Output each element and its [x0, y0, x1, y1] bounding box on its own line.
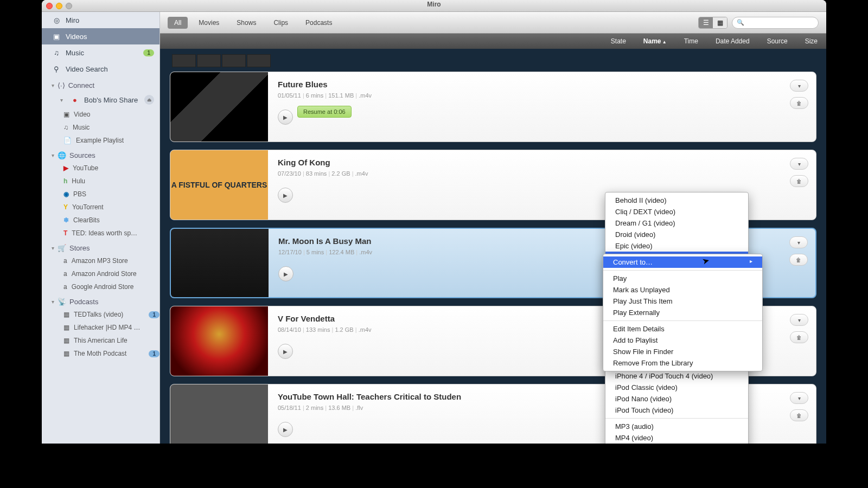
podcast-icon: ▦ — [63, 324, 69, 331]
filter-pill[interactable]: Shows — [230, 17, 263, 29]
sidebar-group-podcasts[interactable]: ▾ 📡 Podcasts — [42, 293, 159, 308]
submenu-item[interactable]: Cliq / DEXT (video) — [605, 206, 748, 217]
submenu-item[interactable]: iPod Touch (video) — [605, 404, 748, 416]
source-icon: a — [63, 270, 67, 278]
view-toggle[interactable]: ☰ ▦ — [698, 17, 727, 29]
row-menu-button[interactable]: ▾ — [790, 80, 808, 92]
sidebar-source-item[interactable]: ▶YouTube — [42, 162, 159, 175]
play-button[interactable]: ▶ — [278, 422, 293, 437]
sidebar-item[interactable]: aAmazon Android Store — [42, 267, 159, 280]
sort-column[interactable]: State — [611, 37, 626, 45]
submenu-item[interactable]: iPod Classic (video) — [605, 382, 748, 393]
submenu-item[interactable]: Epic (video) — [605, 240, 748, 252]
menu-item-convert[interactable]: Convert to… — [603, 256, 762, 268]
media-row[interactable]: Future Blues 01/05/116 mins151.1 MB.m4v … — [170, 72, 816, 142]
sidebar: ◎ Miro ▣ Videos ♫ Music 1 ⚲ Video Search… — [42, 12, 160, 444]
filter-pill[interactable]: Clips — [267, 17, 295, 29]
menu-item-play[interactable]: Play — [603, 273, 762, 284]
row-delete-button[interactable]: 🗑 — [790, 97, 808, 109]
row-menu-button[interactable]: ▾ — [789, 236, 808, 248]
sidebar-podcast-item[interactable]: ▦This American Life — [42, 334, 159, 347]
menu-item-play-just-this[interactable]: Play Just This Item — [603, 296, 762, 307]
sidebar-group-sources[interactable]: ▾ 🌐 Sources — [42, 147, 159, 162]
menu-item-remove-from-library[interactable]: Remove From the Library — [603, 357, 762, 369]
sort-column[interactable]: Name — [643, 37, 667, 45]
submenu-item[interactable]: iPhone 4 / iPod Touch 4 (video) — [605, 370, 748, 382]
disclosure-icon: ▾ — [52, 245, 54, 251]
submenu-item[interactable]: Droid (video) — [605, 229, 748, 240]
disclosure-icon: ▾ — [52, 152, 54, 158]
eject-icon[interactable]: ⏏ — [144, 95, 154, 105]
sidebar-item[interactable]: aAmazon MP3 Store — [42, 254, 159, 267]
sidebar-label: Bob's Miro Share — [84, 96, 138, 104]
play-button[interactable]: ▶ — [278, 188, 293, 203]
sidebar-group-label: Sources — [69, 151, 95, 159]
sort-column[interactable]: Time — [684, 37, 698, 45]
sidebar-source-item[interactable]: hHulu — [42, 175, 159, 188]
toolbar: AllMoviesShowsClipsPodcasts ☰ ▦ 🔍 — [160, 12, 826, 34]
count-badge: 1 — [149, 311, 159, 318]
row-delete-button[interactable]: 🗑 — [789, 254, 808, 266]
count-badge: 1 — [149, 350, 159, 357]
row-menu-button[interactable]: ▾ — [790, 158, 808, 170]
sidebar-group-connect[interactable]: ▾ ⟨·⟩ Connect — [42, 77, 159, 92]
row-menu-button[interactable]: ▾ — [790, 392, 808, 404]
podcast-icon: 📡 — [58, 298, 66, 306]
menu-item-mark-unplayed[interactable]: Mark as Unplayed — [603, 284, 762, 296]
sort-column[interactable]: Size — [805, 37, 818, 45]
source-icon: a — [63, 257, 67, 265]
submenu-item[interactable]: iPod Nano (video) — [605, 393, 748, 404]
view-grid-icon[interactable]: ▦ — [713, 17, 727, 28]
sidebar-item[interactable]: aGoogle Android Store — [42, 280, 159, 293]
submenu-item[interactable]: Behold II (video) — [605, 195, 748, 206]
submenu-item[interactable]: Dream / G1 (video) — [605, 217, 748, 229]
sidebar-podcast-item[interactable]: ▦The Moth Podcast1 — [42, 347, 159, 360]
filter-pill[interactable]: Movies — [192, 17, 226, 29]
disclosure-icon: ▾ — [60, 97, 66, 103]
sidebar-item-music[interactable]: ♫ Music 1 — [42, 44, 159, 61]
submenu-item[interactable]: MP4 (video) — [605, 432, 748, 444]
sidebar-group-stores[interactable]: ▾ 🛒 Stores — [42, 240, 159, 254]
play-button[interactable]: ▶ — [278, 266, 293, 281]
sidebar-item-videos[interactable]: ▣ Videos — [42, 28, 159, 44]
row-delete-button[interactable]: 🗑 — [790, 175, 808, 187]
play-button[interactable]: ▶ — [278, 110, 293, 125]
search-field[interactable] — [746, 20, 812, 26]
menu-item-add-to-playlist[interactable]: Add to Playlist — [603, 335, 762, 346]
sidebar-item-video-search[interactable]: ⚲ Video Search — [42, 61, 159, 77]
context-menu[interactable]: Convert to… Play Mark as Unplayed Play J… — [603, 254, 763, 371]
row-menu-button[interactable]: ▾ — [790, 314, 808, 326]
source-icon: h — [63, 177, 67, 185]
view-list-icon[interactable]: ☰ — [699, 17, 713, 28]
sidebar-share-music[interactable]: ♫Music — [42, 121, 159, 134]
source-icon: ◉ — [63, 190, 69, 198]
sidebar-source-item[interactable]: TTED: Ideas worth sp… — [42, 227, 159, 240]
sort-column[interactable]: Source — [767, 37, 788, 45]
sidebar-share-playlist[interactable]: 📄Example Playlist — [42, 134, 159, 147]
search-input[interactable]: 🔍 — [732, 17, 819, 29]
media-meta: 01/05/116 mins151.1 MB.m4v — [278, 92, 806, 99]
sort-column[interactable]: Date Added — [716, 37, 750, 45]
menu-item-edit-details[interactable]: Edit Item Details — [603, 323, 762, 335]
menu-item-show-in-finder[interactable]: Show File in Finder — [603, 346, 762, 357]
menu-item-play-externally[interactable]: Play Externally — [603, 307, 762, 318]
submenu-item[interactable]: MP3 (audio) — [605, 421, 748, 432]
media-title: Future Blues — [278, 80, 806, 89]
source-icon: Y — [63, 203, 68, 211]
filter-pill[interactable]: All — [168, 17, 188, 29]
sidebar-podcast-item[interactable]: ▦Lifehacker |HD MP4 … — [42, 321, 159, 334]
sidebar-share[interactable]: ▾ ● Bob's Miro Share ⏏ — [42, 92, 159, 108]
sidebar-podcast-item[interactable]: ▦TEDTalks (video)1 — [42, 308, 159, 321]
sidebar-source-item[interactable]: ❄ClearBits — [42, 214, 159, 227]
row-delete-button[interactable]: 🗑 — [790, 331, 808, 343]
resume-badge[interactable]: Resume at 0:06 — [297, 106, 352, 118]
thumbnail: A FISTFUL OF QUARTERS — [170, 150, 268, 220]
sidebar-share-video[interactable]: ▣Video — [42, 108, 159, 121]
row-delete-button[interactable]: 🗑 — [790, 409, 808, 421]
sidebar-source-item[interactable]: YYouTorrent — [42, 201, 159, 214]
play-button[interactable]: ▶ — [278, 344, 293, 359]
sidebar-source-item[interactable]: ◉PBS — [42, 188, 159, 201]
filter-pill[interactable]: Podcasts — [299, 17, 339, 29]
count-badge: 1 — [143, 49, 154, 56]
sidebar-app-name[interactable]: ◎ Miro — [42, 12, 159, 28]
